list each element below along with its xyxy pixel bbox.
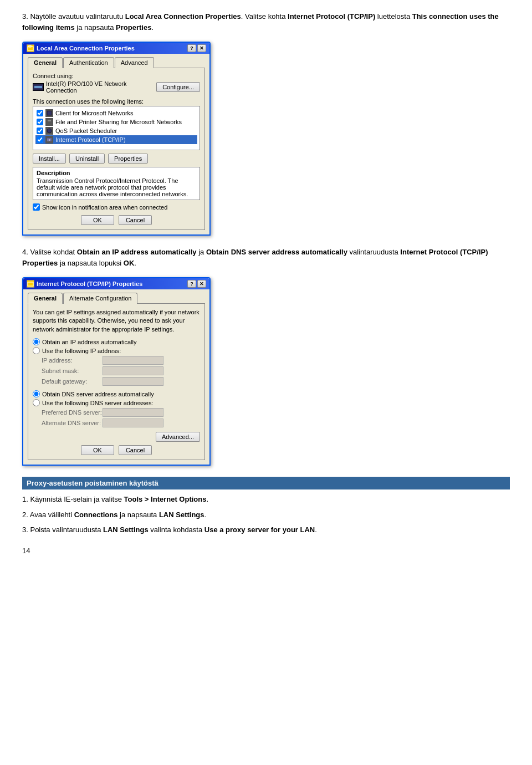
dialog1-ok-button[interactable]: OK [81,215,114,225]
tab-general[interactable]: General [28,57,63,68]
show-icon-label: Show icon in notification area when conn… [42,204,167,211]
radio-obtain-dns[interactable] [33,390,40,397]
items-label: This connection uses the following items… [33,98,200,105]
install-uninstall-row: Install... Uninstall Properties [33,154,200,164]
radio-use-ip-row[interactable]: Use the following IP address: [33,347,200,354]
tab2-general[interactable]: General [28,293,63,304]
dialog1-titlebar-buttons[interactable]: ? ✕ [187,44,206,52]
advanced-button[interactable]: Advanced... [156,432,200,442]
alternate-dns-label: Alternate DNS server: [42,420,103,426]
dialog2-title: Internet Protocol (TCP/IP) Properties [37,280,142,287]
subnet-mask-input[interactable] [103,366,163,375]
tab-authentication[interactable]: Authentication [63,57,114,68]
dialog2-body: General Alternate Configuration You can … [23,289,209,465]
svg-text:IP: IP [48,139,50,142]
tab2-alternate[interactable]: Alternate Configuration [63,293,138,304]
gateway-input[interactable] [103,377,163,386]
dialog1-tabs: General Authentication Advanced [28,57,205,68]
radio-use-dns-label: Use the following DNS server addresses: [42,400,154,406]
subnet-mask-label: Subnet mask: [42,368,103,374]
dialog2-help-button[interactable]: ? [187,280,196,288]
svg-point-7 [47,129,52,133]
ip-address-row: IP address: [42,356,200,365]
printer-icon [45,118,53,126]
gateway-label: Default gateway: [42,378,103,385]
network-device-icon [33,83,44,91]
dialog2-tab-content: You can get IP settings assigned automat… [28,303,205,460]
item-checkbox-1[interactable] [37,119,43,125]
proxy-step-1: 1. Käynnistä IE-selain ja valitse Tools … [22,494,510,505]
svg-rect-10 [28,282,33,286]
gateway-row: Default gateway: [42,377,200,386]
scheduler-icon [45,127,53,135]
dialog2-ok-button[interactable]: OK [81,445,114,455]
lan-connection-properties-dialog: Local Area Connection Properties ? ✕ Gen… [22,42,211,236]
client-icon [45,109,53,117]
info-text: You can get IP settings assigned automat… [33,308,200,334]
advanced-btn-row: Advanced... [33,432,200,442]
preferred-dns-row: Preferred DNS server: [42,408,200,417]
page-number: 14 [22,547,510,555]
connect-using-row: Intel(R) PRO/100 VE Network Connection C… [33,80,200,94]
radio-use-ip-label: Use the following IP address: [42,348,121,354]
dialog1-tab-content: Connect using: Intel(R) PRO/100 VE Netwo… [28,68,205,230]
description-text: Transmission Control Protocol/Internet P… [37,177,196,197]
dialog2-titlebar: Internet Protocol (TCP/IP) Properties ? … [23,278,209,289]
proxy-step-2: 2. Avaa välilehti Connections ja napsaut… [22,509,510,521]
dialog2-cancel-button[interactable]: Cancel [119,445,152,455]
step4-text: 4. Valitse kohdat Obtain an IP address a… [22,247,510,268]
description-box: Description Transmission Control Protoco… [33,167,200,200]
list-item[interactable]: QoS Packet Scheduler [35,126,197,135]
ip-address-input[interactable] [103,356,163,365]
tcpip-properties-dialog: Internet Protocol (TCP/IP) Properties ? … [22,277,211,466]
radio-use-dns-row[interactable]: Use the following DNS server addresses: [33,399,200,406]
radio-obtain-ip[interactable] [33,338,40,345]
list-item[interactable]: Client for Microsoft Networks [35,109,197,118]
dialog2-titlebar-buttons[interactable]: ? ✕ [187,280,206,288]
proxy-section-heading: Proxy-asetusten poistaminen käytöstä [22,477,510,489]
connect-using-label: Connect using: [33,73,200,79]
alternate-dns-input[interactable] [103,419,163,427]
dialog1-ok-cancel: OK Cancel [33,215,200,225]
svg-rect-3 [34,86,42,88]
dialog2-icon [27,280,34,288]
dialog2-tabs: General Alternate Configuration [28,293,205,304]
device-name: Intel(R) PRO/100 VE Network Connection [46,80,154,94]
dialog2-close-button[interactable]: ✕ [197,280,206,288]
item-checkbox-3[interactable] [37,136,43,143]
radio-obtain-ip-row[interactable]: Obtain an IP address automatically [33,338,200,345]
dialog1-icon [27,44,34,52]
subnet-mask-row: Subnet mask: [42,366,200,375]
dialog1-cancel-button[interactable]: Cancel [119,215,152,225]
uninstall-button[interactable]: Uninstall [69,154,105,164]
radio-obtain-dns-label: Obtain DNS server address automatically [42,391,154,397]
tab-advanced[interactable]: Advanced [115,57,154,68]
dialog2-title-left: Internet Protocol (TCP/IP) Properties [27,280,142,288]
help-button[interactable]: ? [187,44,196,52]
radio-obtain-ip-label: Obtain an IP address automatically [42,339,136,345]
dialog1-body: General Authentication Advanced Connect … [23,54,209,234]
proxy-step-3: 3. Poista valintaruudusta LAN Settings v… [22,524,510,536]
description-title: Description [37,170,196,176]
preferred-dns-label: Preferred DNS server: [42,409,103,416]
list-item[interactable]: File and Printer Sharing for Microsoft N… [35,118,197,126]
install-button[interactable]: Install... [33,154,66,164]
item-checkbox-0[interactable] [37,110,43,116]
svg-rect-6 [48,120,51,121]
preferred-dns-input[interactable] [103,408,163,417]
radio-obtain-dns-row[interactable]: Obtain DNS server address automatically [33,390,200,397]
radio-use-dns[interactable] [33,399,40,406]
alternate-dns-row: Alternate DNS server: [42,419,200,427]
radio-use-ip[interactable] [33,347,40,354]
dialog1-title-left: Local Area Connection Properties [27,44,135,52]
dialog2-ok-cancel: OK Cancel [33,445,200,455]
list-item[interactable]: IP Internet Protocol (TCP/IP) [35,135,197,144]
items-box: Client for Microsoft Networks File and P… [33,106,200,150]
item-checkbox-2[interactable] [37,128,43,134]
close-button[interactable]: ✕ [197,44,206,52]
properties-button[interactable]: Properties [108,154,148,164]
dialog1-titlebar: Local Area Connection Properties ? ✕ [23,43,209,54]
configure-button[interactable]: Configure... [156,82,200,92]
show-icon-checkbox[interactable] [33,203,40,211]
step3-text: 3. Näytölle avautuu valintaruutu Local A… [22,11,510,33]
